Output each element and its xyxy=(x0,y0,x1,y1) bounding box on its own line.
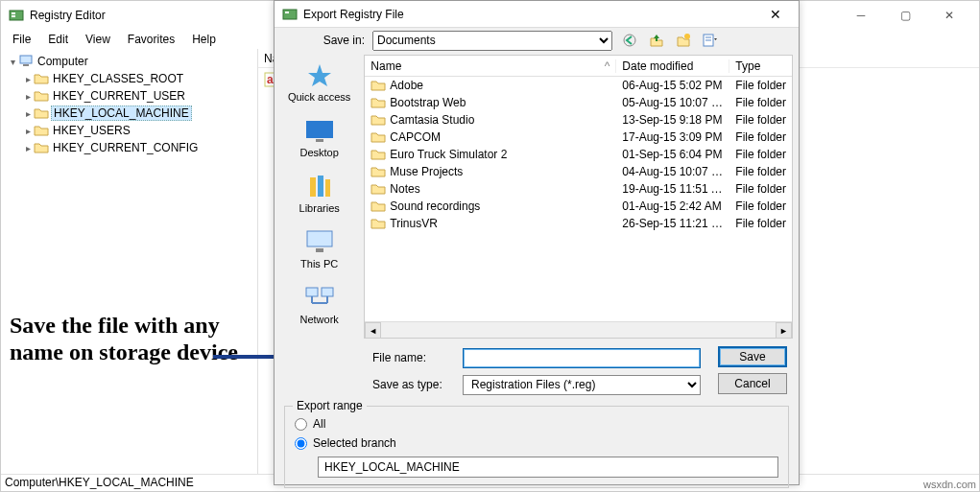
file-name-input[interactable] xyxy=(463,348,701,368)
save-in-dropdown[interactable]: Documents xyxy=(372,31,612,51)
file-row[interactable]: CAPCOM17-Aug-15 3:09 PMFile folder xyxy=(365,129,792,146)
place-libraries[interactable]: Libraries xyxy=(276,170,363,218)
folder-icon xyxy=(34,141,49,154)
place-desktop[interactable]: Desktop xyxy=(276,114,363,162)
back-button[interactable] xyxy=(620,31,639,50)
svg-rect-9 xyxy=(285,12,289,13)
folder-icon xyxy=(370,113,386,127)
places-bar: Quick access Desktop Libraries This PC N… xyxy=(275,53,364,340)
save-as-type-label: Save as type: xyxy=(372,378,453,391)
svg-rect-15 xyxy=(306,121,333,138)
tree-node-selected[interactable]: ▸HKEY_LOCAL_MACHINE xyxy=(1,105,257,122)
export-registry-dialog: Export Registry File ✕ Save in: Document… xyxy=(274,0,800,485)
tree-node[interactable]: ▸HKEY_CLASSES_ROOT xyxy=(1,70,257,87)
computer-icon xyxy=(18,55,34,68)
tree-node[interactable]: ▸HKEY_CURRENT_CONFIG xyxy=(1,139,257,156)
svg-rect-3 xyxy=(20,56,32,63)
column-name[interactable]: Name ^ xyxy=(365,59,616,73)
network-icon xyxy=(304,285,335,312)
svg-rect-23 xyxy=(322,288,333,296)
dialog-app-icon xyxy=(282,7,298,22)
menu-help[interactable]: Help xyxy=(184,31,224,48)
minimize-button[interactable]: ─ xyxy=(839,1,883,30)
expand-icon[interactable]: ▸ xyxy=(22,126,34,136)
expand-icon[interactable]: ▸ xyxy=(22,108,34,119)
watermark: wsxdn.com xyxy=(923,479,976,490)
new-folder-button[interactable] xyxy=(674,31,693,50)
place-this-pc[interactable]: This PC xyxy=(276,225,363,273)
expand-icon[interactable]: ▸ xyxy=(22,91,34,102)
folder-icon xyxy=(34,89,49,103)
menu-view[interactable]: View xyxy=(78,31,118,48)
folder-icon xyxy=(370,130,386,144)
svg-rect-2 xyxy=(12,15,15,17)
place-quick-access[interactable]: Quick access xyxy=(276,59,363,106)
file-row[interactable]: Adobe06-Aug-15 5:02 PMFile folder xyxy=(365,77,792,94)
folder-icon xyxy=(370,217,386,230)
selected-branch-input[interactable] xyxy=(318,457,778,478)
dialog-titlebar: Export Registry File ✕ xyxy=(275,1,799,28)
view-menu-button[interactable] xyxy=(701,31,720,50)
tree-node[interactable]: ▸HKEY_USERS xyxy=(1,122,257,139)
folder-icon xyxy=(370,148,386,161)
regedit-app-icon xyxy=(9,8,24,23)
folder-icon xyxy=(34,124,49,137)
svg-rect-1 xyxy=(12,12,15,14)
file-row[interactable]: Euro Truck Simulator 201-Sep-15 6:04 PMF… xyxy=(365,146,792,163)
file-row[interactable]: TrinusVR26-Sep-15 11:21 PMFile folder xyxy=(365,215,792,232)
svg-rect-8 xyxy=(283,10,297,19)
save-as-type-dropdown[interactable]: Registration Files (*.reg) xyxy=(463,375,701,395)
svg-rect-19 xyxy=(325,179,330,197)
quick-access-icon xyxy=(304,62,335,89)
file-row[interactable]: Camtasia Studio13-Sep-15 9:18 PMFile fol… xyxy=(365,111,792,129)
horizontal-scrollbar[interactable]: ◄ ► xyxy=(365,321,792,338)
menu-favorites[interactable]: Favorites xyxy=(120,31,182,48)
svg-rect-4 xyxy=(23,64,29,66)
column-type[interactable]: Type xyxy=(729,59,792,73)
tree-node[interactable]: ▸HKEY_CURRENT_USER xyxy=(1,87,257,105)
svg-rect-20 xyxy=(307,231,332,246)
scroll-left-button[interactable]: ◄ xyxy=(365,322,381,339)
radio-all-input[interactable] xyxy=(295,418,307,431)
file-row[interactable]: Notes19-Aug-15 11:51 A...File folder xyxy=(365,180,792,198)
expand-icon[interactable]: ▸ xyxy=(22,74,34,84)
menu-edit[interactable]: Edit xyxy=(40,31,76,48)
file-row[interactable]: Muse Projects04-Aug-15 10:07 P...File fo… xyxy=(365,163,792,180)
place-network[interactable]: Network xyxy=(276,281,363,329)
radio-selected-branch[interactable]: Selected branch xyxy=(295,433,778,453)
file-row[interactable]: Bootstrap Web05-Aug-15 10:07 P...File fo… xyxy=(365,94,792,111)
up-one-level-button[interactable] xyxy=(647,31,666,50)
save-button[interactable]: Save xyxy=(718,346,787,367)
file-list[interactable]: Name ^ Date modified Type Adobe06-Aug-15… xyxy=(364,55,793,339)
folder-icon xyxy=(370,165,386,178)
folder-icon xyxy=(34,106,49,120)
folder-icon xyxy=(370,182,386,196)
svg-rect-22 xyxy=(306,288,318,296)
export-range-legend: Export range xyxy=(293,399,367,412)
radio-selected-input[interactable] xyxy=(295,437,307,450)
radio-all[interactable]: All xyxy=(295,414,778,433)
menu-file[interactable]: File xyxy=(5,31,38,48)
maximize-button[interactable]: ▢ xyxy=(883,1,927,30)
registry-tree[interactable]: ▾ Computer ▸HKEY_CLASSES_ROOT ▸HKEY_CURR… xyxy=(1,49,258,474)
tree-root[interactable]: ▾ Computer xyxy=(1,53,257,70)
svg-rect-17 xyxy=(310,177,316,197)
file-name-label: File name: xyxy=(372,351,453,364)
svg-rect-16 xyxy=(316,139,323,142)
folder-icon xyxy=(370,96,386,109)
this-pc-icon xyxy=(304,229,335,256)
expand-icon[interactable]: ▸ xyxy=(22,143,34,153)
libraries-icon xyxy=(304,174,335,200)
dialog-close-button[interactable]: ✕ xyxy=(756,7,795,22)
scroll-right-button[interactable]: ► xyxy=(776,322,792,339)
file-row[interactable]: Sound recordings01-Aug-15 2:42 AMFile fo… xyxy=(365,198,792,215)
cancel-button[interactable]: Cancel xyxy=(718,373,787,394)
dialog-title: Export Registry File xyxy=(303,8,756,21)
annotation-text: Save the file with any name on storage d… xyxy=(10,313,240,365)
folder-icon xyxy=(370,199,386,213)
close-button[interactable]: ✕ xyxy=(927,1,971,30)
file-list-header: Name ^ Date modified Type xyxy=(365,56,792,77)
folder-icon xyxy=(370,79,386,92)
collapse-icon[interactable]: ▾ xyxy=(7,57,18,67)
column-date[interactable]: Date modified xyxy=(616,59,729,73)
